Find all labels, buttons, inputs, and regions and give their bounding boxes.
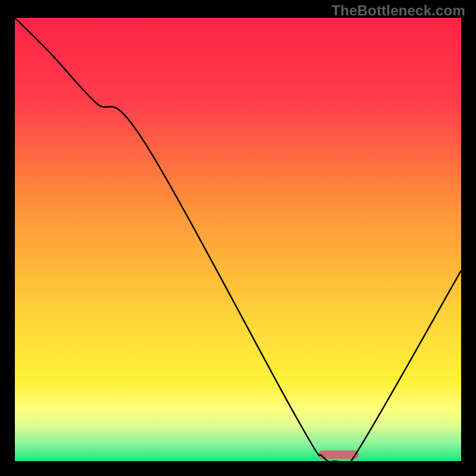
plot-area (15, 18, 461, 461)
chart-frame: TheBottleneck.com (0, 0, 476, 476)
bottleneck-curve (15, 18, 461, 461)
watermark-label: TheBottleneck.com (331, 2, 465, 19)
